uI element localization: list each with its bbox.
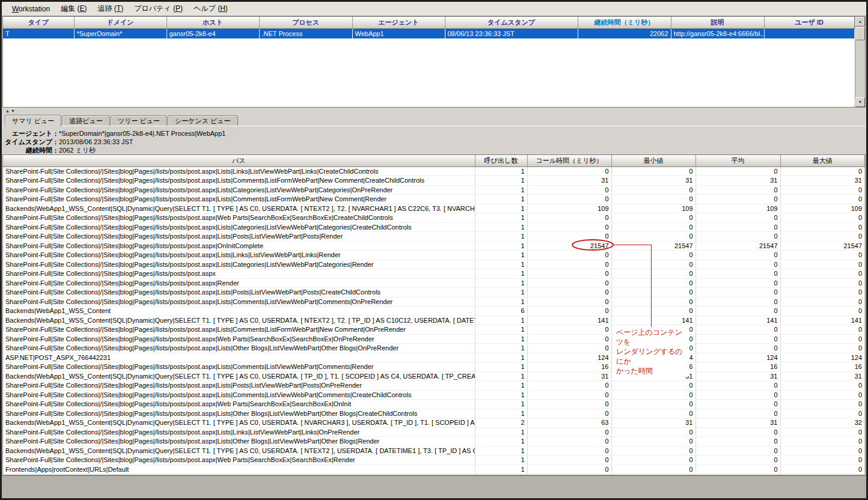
value-cell: 0 <box>611 195 695 204</box>
table-row[interactable]: ASP.NET|POST_ASPX_7664422311124124124124 <box>3 353 865 362</box>
path-cell: SharePoint-Full|Site Collections|/|Sites… <box>3 278 475 288</box>
table-row[interactable]: SharePoint-Full|Site Collections|/|Sites… <box>3 195 865 204</box>
view-tab[interactable]: シーケンス ビュー <box>168 115 238 126</box>
vertical-scrollbar[interactable]: ▲ ▼ <box>855 17 865 107</box>
column-header[interactable]: パス <box>3 155 475 166</box>
column-header[interactable]: 呼び出し数 <box>475 155 527 166</box>
menu-item[interactable]: 追跡 (T) <box>93 2 129 16</box>
trace-list-panel: タイプドメインホストプロセスエージェントタイムスタンプ継続時間（ミリ秒）説明ユー… <box>2 16 866 108</box>
table-row[interactable]: SharePoint-Full|Site Collections|/|Sites… <box>3 166 865 176</box>
view-tab[interactable]: 追跡ビュー <box>62 115 110 126</box>
table-row[interactable]: Frontends|Apps|rootContext|URLs|Default1… <box>3 465 865 474</box>
scrollbar-thumb[interactable] <box>855 27 865 40</box>
value-cell: 0 <box>527 232 611 242</box>
value-cell: 109 <box>527 204 611 213</box>
value-cell: 0 <box>611 222 695 232</box>
path-cell: SharePoint-Full|Site Collections|/|Sites… <box>3 437 475 447</box>
value-cell: 1 <box>475 427 527 437</box>
table-row[interactable]: SharePoint-Full|Site Collections|/|Sites… <box>3 456 865 465</box>
column-header[interactable]: タイムスタンプ <box>445 17 578 28</box>
table-row[interactable]: SharePoint-Full|Site Collections|/|Sites… <box>3 427 865 437</box>
value-cell: 0 <box>780 437 865 447</box>
column-header[interactable]: プロセス <box>259 17 352 28</box>
table-row[interactable]: SharePoint-Full|Site Collections|/|Sites… <box>3 213 865 223</box>
column-header[interactable]: エージェント <box>352 17 445 28</box>
value-cell: 0 <box>780 260 865 269</box>
column-header[interactable]: 最小値 <box>611 155 695 166</box>
table-row[interactable]: SharePoint-Full|Site Collections|/|Sites… <box>3 362 865 372</box>
value-cell: 31 <box>695 418 780 428</box>
value-cell: 0 <box>611 427 695 437</box>
table-row[interactable]: Backends|WebApp1_WSS_Content|SQL|Dynamic… <box>3 204 865 213</box>
collapse-up-icon[interactable]: ▲ <box>5 108 10 114</box>
table-row[interactable]: SharePoint-Full|Site Collections|/|Sites… <box>3 251 865 260</box>
table-row[interactable]: SharePoint-Full|Site Collections|/|Sites… <box>3 344 865 353</box>
table-row[interactable]: SharePoint-Full|Site Collections|/|Sites… <box>3 381 865 391</box>
table-row[interactable]: SharePoint-Full|Site Collections|/|Sites… <box>3 278 865 288</box>
value-cell: 0 <box>780 269 865 279</box>
scroll-down-icon[interactable]: ▼ <box>855 97 865 107</box>
table-row[interactable]: Backends|WebApp1_WSS_Content|SQL|Dynamic… <box>3 316 865 325</box>
path-cell: SharePoint-Full|Site Collections|/|Sites… <box>3 232 475 242</box>
value-cell: 0 <box>611 251 695 260</box>
table-row[interactable]: SharePoint-Full|Site Collections|/|Sites… <box>3 334 865 344</box>
value-cell: 0 <box>527 251 611 260</box>
value-cell: 0 <box>527 195 611 204</box>
column-header[interactable]: 最大値 <box>780 155 865 166</box>
table-row[interactable]: SharePoint-Full|Site Collections|/|Sites… <box>3 260 865 269</box>
scroll-up-icon[interactable]: ▲ <box>855 17 865 26</box>
table-row[interactable]: Backends|WebApp1_WSS_Content60000 <box>3 306 865 316</box>
column-header[interactable]: コール時間（ミリ秒） <box>527 155 611 166</box>
table-row[interactable]: SharePoint-Full|Site Collections|/|Sites… <box>3 222 865 232</box>
table-row[interactable]: SharePoint-Full|Site Collections|/|Sites… <box>3 269 865 279</box>
view-tab[interactable]: サマリ ビュー <box>5 115 61 126</box>
column-header[interactable]: ユーザ ID <box>764 17 855 28</box>
menu-item[interactable]: ヘルプ (H) <box>188 2 233 16</box>
collapse-down-icon[interactable]: ▼ <box>11 108 15 114</box>
view-tab[interactable]: ツリー ビュー <box>111 115 167 126</box>
value-cell: 0 <box>780 297 865 306</box>
table-row[interactable]: SharePoint-Full|Site Collections|/|Sites… <box>3 437 865 447</box>
summary-info: エージェント：*SuperDomain*|gansr05-2k8-e4|.NET… <box>2 127 866 154</box>
table-row[interactable]: SharePoint-Full|Site Collections|/|Sites… <box>3 400 865 409</box>
path-cell: ASP.NET|POST_ASPX_766442231 <box>3 353 475 362</box>
value-cell: 1 <box>475 232 527 242</box>
table-row[interactable]: SharePoint-Full|Site Collections|/|Sites… <box>3 232 865 242</box>
value-cell: 0 <box>611 465 695 474</box>
column-header[interactable]: 説明 <box>671 17 764 28</box>
path-cell: SharePoint-Full|Site Collections|/|Sites… <box>3 362 475 372</box>
table-row[interactable]: SharePoint-Full|Site Collections|/|Sites… <box>3 288 865 297</box>
value-cell: 0 <box>695 278 780 288</box>
table-row[interactable]: SharePoint-Full|Site Collections|/|Sites… <box>3 185 865 195</box>
table-row[interactable]: SharePoint-Full|Site Collections|/|Sites… <box>3 241 865 251</box>
table-row[interactable]: SharePoint-Full|Site Collections|/|Sites… <box>3 325 865 335</box>
value-cell: 0 <box>527 269 611 279</box>
table-row[interactable]: Backends|WebApp1_WSS_Content|SQL|Dynamic… <box>3 446 865 456</box>
agent-value: *SuperDomain*|gansr05-2k8-e4|.NET Proces… <box>59 130 225 137</box>
table-row[interactable]: Backends|WebApp1_WSS_Content|SQL|Dynamic… <box>3 418 865 428</box>
column-header[interactable]: 平均 <box>695 155 780 166</box>
duration-value: 2062 ミリ秒 <box>59 147 96 154</box>
trace-row-selected[interactable]: T*SuperDomain*gansr05-2k8-e4.NET Process… <box>3 28 855 38</box>
value-cell: 1 <box>475 316 527 325</box>
table-row[interactable]: SharePoint-Full|Site Collections|/|Sites… <box>3 176 865 186</box>
value-cell: 1 <box>475 288 527 297</box>
split-divider[interactable]: ▲ ▼ <box>2 108 866 115</box>
column-header[interactable]: ホスト <box>167 17 259 28</box>
menu-item[interactable]: Workstation <box>7 3 55 15</box>
column-header[interactable]: 継続時間（ミリ秒） <box>578 17 671 28</box>
value-cell: 1 <box>475 325 527 335</box>
value-cell: 0 <box>780 334 865 344</box>
path-cell: SharePoint-Full|Site Collections|/|Sites… <box>3 213 475 223</box>
table-row[interactable]: SharePoint-Full|Site Collections|/|Sites… <box>3 390 865 400</box>
table-row[interactable]: SharePoint-Full|Site Collections|/|Sites… <box>3 409 865 418</box>
value-cell: 16 <box>780 362 865 372</box>
table-row[interactable]: SharePoint-Full|Site Collections|/|Sites… <box>3 297 865 306</box>
menu-item[interactable]: 編集 (E) <box>55 2 92 16</box>
column-header[interactable]: タイプ <box>3 17 74 28</box>
value-cell: 0 <box>695 437 780 447</box>
value-cell: 0 <box>611 278 695 288</box>
column-header[interactable]: ドメイン <box>74 17 167 28</box>
table-row[interactable]: Backends|WebApp1_WSS_Content|SQL|Dynamic… <box>3 371 865 381</box>
menu-item[interactable]: プロパティ (P) <box>129 2 188 16</box>
